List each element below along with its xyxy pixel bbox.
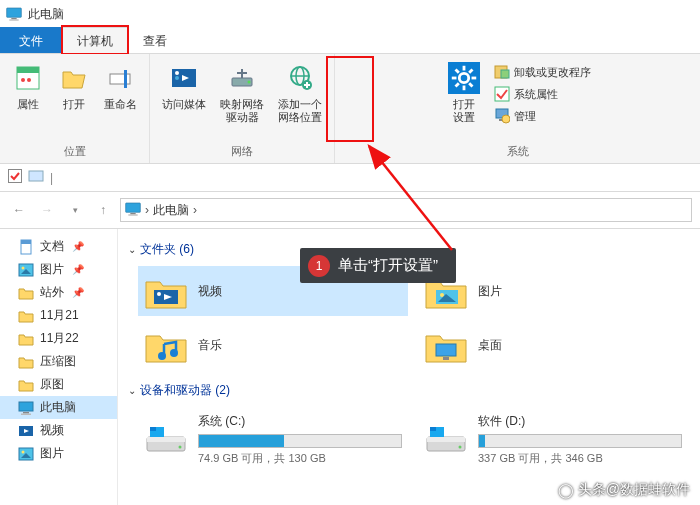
nav-back-button[interactable]: ← xyxy=(8,199,30,221)
nav-sidebar[interactable]: 文档📌图片📌站外📌11月2111月22压缩图原图此电脑视频图片 xyxy=(0,229,118,505)
sidebar-item-9[interactable]: 图片 xyxy=(0,442,117,465)
pc-icon xyxy=(6,7,22,21)
svg-rect-4 xyxy=(17,67,39,73)
drive-name: 系统 (C:) xyxy=(198,413,402,430)
sidebar-item-label: 压缩图 xyxy=(40,353,76,370)
drive-free-text: 337 GB 可用，共 346 GB xyxy=(478,451,682,466)
folder-icon xyxy=(18,377,34,393)
svg-rect-61 xyxy=(436,344,456,356)
properties-label: 属性 xyxy=(17,98,39,111)
watermark-icon: ◯ xyxy=(558,482,574,498)
properties-button[interactable]: 属性 xyxy=(6,58,50,142)
open-icon xyxy=(58,62,90,94)
map-drive-button[interactable]: 映射网络 驱动器 xyxy=(214,58,270,142)
chevron-down-icon: ⌄ xyxy=(128,385,136,396)
map-drive-label: 映射网络 驱动器 xyxy=(220,98,264,124)
svg-rect-45 xyxy=(19,402,33,411)
nav-recent-button[interactable]: ▾ xyxy=(64,199,86,221)
pc-icon xyxy=(18,400,34,416)
sidebar-item-label: 此电脑 xyxy=(40,399,76,416)
ribbon-group-system: 打开 设置 卸载或更改程序 系统属性 管理 系统 xyxy=(335,54,700,163)
step-badge: 1 xyxy=(308,255,330,277)
access-media-button[interactable]: 访问媒体 xyxy=(156,58,212,142)
sidebar-item-3[interactable]: 11月21 xyxy=(0,304,117,327)
sys-props-label: 系统属性 xyxy=(514,88,558,101)
pc-icon xyxy=(125,202,141,219)
pin-icon: 📌 xyxy=(72,287,84,298)
sidebar-item-0[interactable]: 文档📌 xyxy=(0,235,117,258)
folder-item-desktop[interactable]: 桌面 xyxy=(418,320,688,370)
svg-point-57 xyxy=(440,293,444,297)
tab-computer[interactable]: 计算机 xyxy=(62,27,128,53)
nav-up-button[interactable]: ↑ xyxy=(92,199,114,221)
system-properties-button[interactable]: 系统属性 xyxy=(490,84,595,104)
drive-grid: 系统 (C:)74.9 GB 可用，共 130 GB软件 (D:)337 GB … xyxy=(128,407,690,472)
drive-item-1[interactable]: 软件 (D:)337 GB 可用，共 346 GB xyxy=(418,407,688,472)
manage-button[interactable]: 管理 xyxy=(490,106,595,126)
svg-rect-69 xyxy=(427,437,465,442)
sidebar-item-label: 图片 xyxy=(40,261,64,278)
sidebar-item-label: 11月21 xyxy=(40,307,79,324)
open-button[interactable]: 打开 xyxy=(52,58,96,142)
pic-icon xyxy=(18,262,34,278)
sys-props-icon xyxy=(494,86,510,102)
breadcrumb-sep[interactable]: › xyxy=(145,203,149,217)
title-bar: 此电脑 xyxy=(0,0,700,28)
add-netloc-label: 添加一个 网络位置 xyxy=(278,98,322,124)
sidebar-item-5[interactable]: 压缩图 xyxy=(0,350,117,373)
pic-icon xyxy=(18,446,34,462)
sidebar-item-4[interactable]: 11月22 xyxy=(0,327,117,350)
drive-name: 软件 (D:) xyxy=(478,413,682,430)
svg-rect-2 xyxy=(9,19,18,20)
tab-file[interactable]: 文件 xyxy=(0,27,62,53)
tab-view[interactable]: 查看 xyxy=(128,27,182,53)
nav-forward-button[interactable]: → xyxy=(36,199,58,221)
breadcrumb-root[interactable]: 此电脑 xyxy=(153,202,189,219)
svg-rect-67 xyxy=(150,427,156,431)
open-settings-button[interactable]: 打开 设置 xyxy=(440,58,488,142)
folder-label: 音乐 xyxy=(198,337,222,354)
drive-item-0[interactable]: 系统 (C:)74.9 GB 可用，共 130 GB xyxy=(138,407,408,472)
sidebar-item-7[interactable]: 此电脑 xyxy=(0,396,117,419)
folder-item-pic[interactable]: 图片 xyxy=(418,266,688,316)
svg-rect-37 xyxy=(126,203,141,212)
sidebar-item-6[interactable]: 原图 xyxy=(0,373,117,396)
pin-icon: 📌 xyxy=(72,264,84,275)
svg-point-51 xyxy=(22,450,25,453)
watermark: ◯ 头条@数据蛙软件 xyxy=(558,481,690,499)
sidebar-item-2[interactable]: 站外📌 xyxy=(0,281,117,304)
sidebar-item-8[interactable]: 视频 xyxy=(0,419,117,442)
add-netloc-icon xyxy=(284,62,316,94)
svg-rect-8 xyxy=(124,70,127,88)
sidebar-item-1[interactable]: 图片📌 xyxy=(0,258,117,281)
doc-icon xyxy=(18,239,34,255)
sidebar-item-label: 视频 xyxy=(40,422,64,439)
address-bar[interactable]: › 此电脑 › xyxy=(120,198,692,222)
rename-icon xyxy=(105,62,137,94)
properties-icon xyxy=(12,62,44,94)
folders-header-label: 文件夹 (6) xyxy=(140,241,194,258)
checkbox-icon[interactable] xyxy=(8,169,22,186)
svg-point-14 xyxy=(248,81,251,84)
folder-item-music[interactable]: 音乐 xyxy=(138,320,408,370)
svg-rect-38 xyxy=(130,213,135,214)
open-settings-label: 打开 设置 xyxy=(453,98,475,124)
svg-rect-62 xyxy=(443,357,449,360)
gear-icon xyxy=(448,62,480,94)
svg-rect-41 xyxy=(21,240,31,244)
drives-header-label: 设备和驱动器 (2) xyxy=(140,382,230,399)
uninstall-programs-button[interactable]: 卸载或更改程序 xyxy=(490,62,595,82)
drives-section-header[interactable]: ⌄ 设备和驱动器 (2) xyxy=(128,378,690,407)
svg-rect-47 xyxy=(21,413,31,415)
manage-icon xyxy=(494,108,510,124)
drive-icon xyxy=(144,423,188,457)
watermark-text: 头条@数据蛙软件 xyxy=(578,481,690,499)
qab-item-icon[interactable] xyxy=(28,169,44,186)
window-title: 此电脑 xyxy=(28,6,64,23)
rename-button[interactable]: 重命名 xyxy=(98,58,143,142)
sidebar-item-label: 原图 xyxy=(40,376,64,393)
breadcrumb-sep[interactable]: › xyxy=(193,203,197,217)
uninstall-icon xyxy=(494,64,510,80)
add-network-location-button[interactable]: 添加一个 网络位置 xyxy=(272,58,328,142)
group-location-label: 位置 xyxy=(6,142,143,163)
